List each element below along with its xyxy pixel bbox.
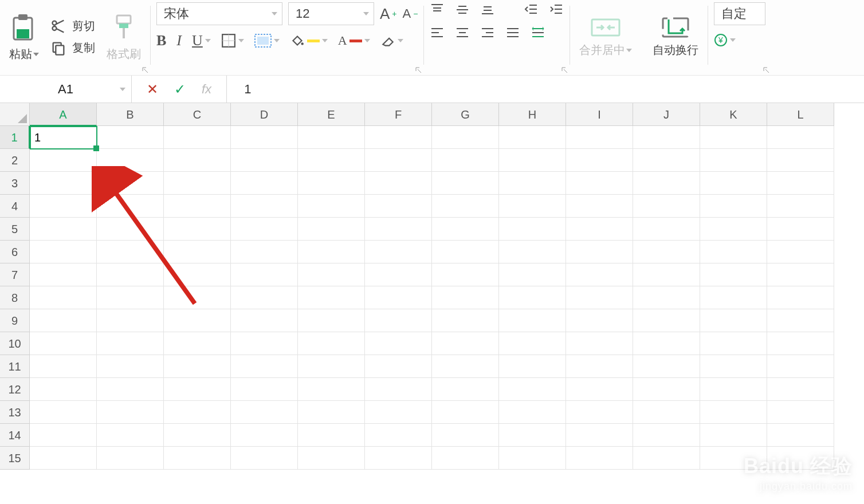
cell[interactable] (499, 424, 566, 447)
cell[interactable] (767, 424, 834, 447)
cell[interactable] (231, 126, 298, 149)
cell[interactable] (767, 126, 834, 149)
copy-button[interactable]: 复制 (48, 39, 97, 57)
cell[interactable] (566, 378, 633, 401)
cell[interactable] (365, 195, 432, 218)
cell[interactable] (633, 286, 700, 309)
column-header[interactable]: F (365, 103, 432, 126)
column-header[interactable]: L (767, 103, 834, 126)
column-header[interactable]: H (499, 103, 566, 126)
cell[interactable] (97, 424, 164, 447)
cell[interactable] (432, 149, 499, 172)
row-header[interactable]: 7 (0, 263, 30, 286)
cell[interactable] (365, 424, 432, 447)
cell[interactable] (566, 447, 633, 470)
align-center-button[interactable] (455, 25, 470, 40)
cell[interactable] (30, 378, 97, 401)
column-header[interactable]: E (298, 103, 365, 126)
cell[interactable] (767, 355, 834, 378)
cell[interactable] (97, 126, 164, 149)
wrap-text-button[interactable]: 自动换行 (649, 16, 702, 58)
cell[interactable] (164, 332, 231, 355)
row-header[interactable]: 13 (0, 401, 30, 424)
column-header[interactable]: D (231, 103, 298, 126)
cell[interactable] (633, 332, 700, 355)
cell[interactable] (499, 401, 566, 424)
decrease-font-button[interactable]: A− (403, 6, 418, 21)
cell[interactable] (97, 149, 164, 172)
format-painter-button[interactable]: 格式刷 (103, 12, 144, 62)
cell[interactable] (700, 286, 767, 309)
cell[interactable] (633, 355, 700, 378)
cell[interactable] (298, 149, 365, 172)
row-header[interactable]: 5 (0, 218, 30, 241)
cell[interactable] (566, 332, 633, 355)
cell[interactable] (97, 401, 164, 424)
cancel-edit-button[interactable]: ✕ (147, 81, 158, 97)
cell[interactable] (97, 332, 164, 355)
cell[interactable] (700, 241, 767, 263)
align-right-button[interactable] (480, 25, 495, 40)
cell[interactable] (97, 195, 164, 218)
cell[interactable] (97, 263, 164, 286)
cell[interactable] (767, 241, 834, 263)
fill-color-button[interactable] (290, 33, 328, 48)
cell[interactable] (767, 218, 834, 241)
cell[interactable] (633, 401, 700, 424)
formula-input[interactable]: 1 (226, 76, 864, 103)
cell[interactable] (298, 263, 365, 286)
cell[interactable] (97, 218, 164, 241)
cell[interactable] (365, 401, 432, 424)
italic-button[interactable]: I (176, 32, 182, 49)
cell[interactable] (499, 195, 566, 218)
cell[interactable] (700, 401, 767, 424)
cell[interactable] (365, 149, 432, 172)
cell[interactable] (499, 355, 566, 378)
cell[interactable] (298, 172, 365, 195)
cell[interactable] (164, 126, 231, 149)
confirm-edit-button[interactable]: ✓ (174, 81, 186, 97)
cell[interactable] (365, 378, 432, 401)
cell[interactable] (432, 424, 499, 447)
cell[interactable] (231, 195, 298, 218)
cell[interactable] (432, 126, 499, 149)
cell[interactable] (164, 263, 231, 286)
cell[interactable] (164, 401, 231, 424)
cell[interactable] (432, 172, 499, 195)
cell[interactable] (164, 149, 231, 172)
cell[interactable] (298, 241, 365, 263)
cell[interactable] (298, 401, 365, 424)
column-header[interactable]: B (97, 103, 164, 126)
decrease-indent-button[interactable] (524, 2, 539, 17)
cell[interactable] (499, 447, 566, 470)
column-header[interactable]: K (700, 103, 767, 126)
cell[interactable] (365, 218, 432, 241)
cell[interactable] (566, 263, 633, 286)
font-name-select[interactable]: 宋体 (156, 2, 282, 25)
cell[interactable] (231, 149, 298, 172)
cell[interactable] (633, 126, 700, 149)
cell[interactable] (365, 355, 432, 378)
cell[interactable] (566, 401, 633, 424)
cell[interactable] (97, 309, 164, 332)
cell[interactable] (30, 332, 97, 355)
cell[interactable] (231, 286, 298, 309)
active-cell[interactable] (30, 126, 97, 149)
cell[interactable] (30, 355, 97, 378)
cell[interactable] (97, 355, 164, 378)
cell[interactable] (633, 309, 700, 332)
cell[interactable] (298, 218, 365, 241)
cell[interactable] (499, 263, 566, 286)
cell[interactable] (633, 218, 700, 241)
cell[interactable] (767, 378, 834, 401)
currency-button[interactable]: ¥ (714, 33, 736, 47)
align-bottom-button[interactable] (480, 2, 495, 17)
cell[interactable] (566, 241, 633, 263)
cell[interactable] (231, 401, 298, 424)
clipboard-launcher[interactable] (141, 66, 149, 74)
cell[interactable] (633, 149, 700, 172)
cell[interactable] (164, 286, 231, 309)
name-box[interactable]: A1 (0, 76, 132, 103)
cell[interactable] (432, 332, 499, 355)
cell[interactable] (767, 172, 834, 195)
